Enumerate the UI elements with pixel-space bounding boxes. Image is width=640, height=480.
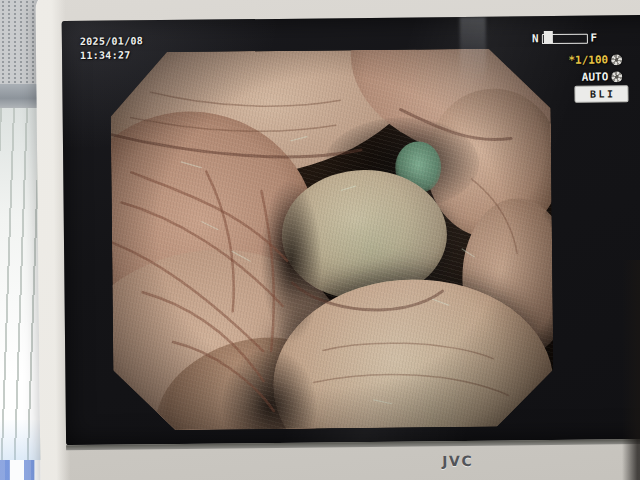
exposure-mode-label: AUTO	[582, 70, 609, 83]
jvc-logo: JVC	[442, 452, 512, 471]
exposure-readout: AUTO	[582, 70, 623, 83]
osd-datetime: 2025/01/08 11:34:27	[80, 34, 144, 63]
shutter-value: *1/100	[568, 53, 608, 66]
focus-near-label: N	[532, 32, 539, 45]
shutter-readout: *1/100	[568, 53, 622, 67]
iris-icon	[611, 71, 622, 82]
focus-far-label: F	[590, 32, 597, 45]
focus-slider-icon	[543, 31, 552, 43]
shutter-icon	[611, 54, 622, 65]
monitor-screen: 2025/01/08 11:34:27 N F *1/100 AUTO BLI	[62, 15, 640, 445]
focus-indicator: N F	[532, 32, 597, 46]
date-text: 2025/01/08	[80, 34, 143, 49]
time-text: 11:34:27	[80, 48, 143, 63]
screen-reflection	[460, 17, 487, 83]
right-edge-shadow	[622, 260, 640, 480]
imaging-mode-label: BLI	[587, 88, 615, 99]
focus-bar	[541, 33, 587, 43]
imaging-mode-badge: BLI	[574, 85, 628, 103]
monitor-bezel: 2025/01/08 11:34:27 N F *1/100 AUTO BLI …	[35, 0, 640, 480]
